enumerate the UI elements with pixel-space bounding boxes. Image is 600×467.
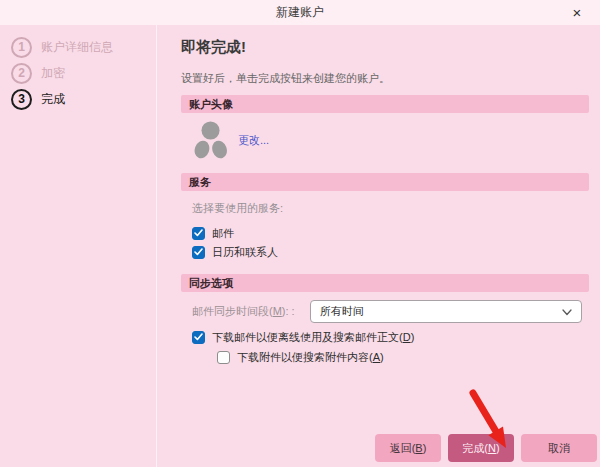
step-1-circle: 1: [11, 37, 32, 58]
step-account-details: 1 账户详细信息: [0, 34, 156, 60]
section-header-sync: 同步选项: [181, 274, 589, 292]
account-avatar-icon: [192, 120, 230, 160]
check-icon: [194, 229, 203, 237]
download-mail-checkbox[interactable]: [192, 331, 205, 344]
download-attachments-row[interactable]: 下载附件以便搜索附件内容(A): [217, 349, 589, 365]
step-3-circle: 3: [11, 89, 32, 110]
calendar-contacts-row[interactable]: 日历和联系人: [192, 244, 589, 260]
check-icon: [194, 333, 203, 341]
page-subtitle: 设置好后，单击完成按钮来创建您的账户。: [181, 71, 589, 86]
back-button[interactable]: 返回(B): [375, 434, 441, 462]
mail-service-row[interactable]: 邮件: [192, 225, 589, 241]
step-1-label: 账户详细信息: [41, 39, 113, 56]
cancel-button[interactable]: 取消: [521, 434, 597, 462]
window-title: 新建账户: [276, 4, 324, 21]
main-content: 即将完成! 设置好后，单击完成按钮来创建您的账户。 账户头像 更改... 服务 …: [158, 25, 600, 467]
titlebar: 新建账户 ×: [0, 0, 600, 25]
new-account-dialog: 新建账户 × 1 账户详细信息 2 加密 3 完成 即将完成! 设置好后，单击完…: [0, 0, 600, 467]
calendar-contacts-checkbox[interactable]: [192, 246, 205, 259]
sync-period-label: 邮件同步时间段(M): :: [192, 304, 295, 319]
chevron-down-icon: [562, 309, 572, 316]
step-finish: 3 完成: [0, 86, 156, 112]
mail-service-checkbox[interactable]: [192, 227, 205, 240]
section-header-services: 服务: [181, 173, 589, 191]
download-mail-label: 下载邮件以便离线使用及搜索邮件正文(D): [212, 330, 414, 345]
step-encryption: 2 加密: [0, 60, 156, 86]
calendar-contacts-label: 日历和联系人: [212, 245, 278, 260]
step-3-label: 完成: [41, 91, 65, 108]
close-icon[interactable]: ×: [567, 2, 587, 22]
sync-period-dropdown[interactable]: 所有时间: [310, 300, 582, 323]
wizard-steps-sidebar: 1 账户详细信息 2 加密 3 完成: [0, 25, 157, 467]
dialog-footer: 返回(B) 完成(N) 取消: [375, 434, 597, 462]
step-2-circle: 2: [11, 63, 32, 84]
mail-service-label: 邮件: [212, 226, 234, 241]
page-title: 即将完成!: [181, 38, 589, 57]
download-attachments-label: 下载附件以便搜索附件内容(A): [237, 350, 384, 365]
sync-period-row: 邮件同步时间段(M): : 所有时间: [192, 300, 589, 323]
check-icon: [194, 248, 203, 256]
sync-period-value: 所有时间: [320, 304, 364, 319]
finish-button[interactable]: 完成(N): [448, 434, 514, 462]
section-header-avatar: 账户头像: [181, 95, 589, 113]
services-prompt: 选择要使用的服务:: [192, 201, 589, 216]
step-2-label: 加密: [41, 65, 65, 82]
change-avatar-link[interactable]: 更改...: [238, 133, 269, 148]
avatar-row: 更改...: [192, 120, 589, 160]
download-attachments-checkbox[interactable]: [217, 351, 230, 364]
download-mail-row[interactable]: 下载邮件以便离线使用及搜索邮件正文(D): [192, 329, 589, 345]
